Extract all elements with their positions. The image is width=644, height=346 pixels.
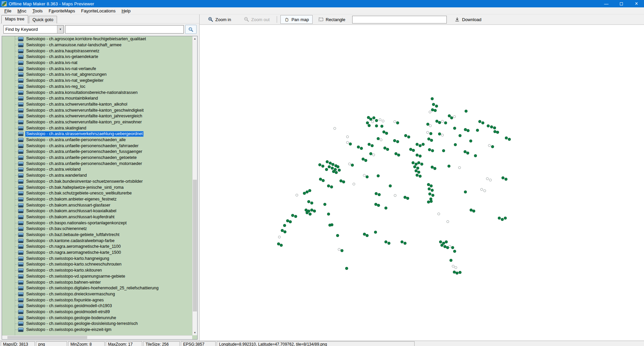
tree-item[interactable]: Swisstopo - ch.kantone.cadastralwebmap-f… bbox=[2, 238, 197, 244]
search-input[interactable] bbox=[65, 25, 184, 34]
maximize-button[interactable] bbox=[614, 0, 629, 7]
tree-connector bbox=[15, 86, 18, 87]
search-button[interactable] bbox=[185, 25, 197, 34]
tree-item[interactable]: Swisstopo - ch.swisstopo-karto.skitouren bbox=[2, 268, 197, 274]
tree-item[interactable]: Swisstopo - ch.swisstopo.geologie-eiszei… bbox=[2, 327, 197, 333]
menu-item-favoritemaps[interactable]: FavoriteMaps bbox=[46, 8, 78, 14]
tree-item[interactable]: Swisstopo - ch.astra.ivs-nat-verlaeufe bbox=[2, 66, 197, 72]
tree-horizontal-scrollbar[interactable] bbox=[2, 335, 192, 339]
tree-item[interactable]: Swisstopo - ch.astra.unfaelle-personensc… bbox=[2, 149, 197, 155]
tab-maps-tree[interactable]: Maps tree bbox=[1, 15, 28, 23]
tree-item[interactable]: Swisstopo - ch.bakom.anbieter-eigenes_fe… bbox=[2, 196, 197, 203]
menu-item-favoritelocations[interactable]: FavoriteLocations bbox=[78, 8, 119, 14]
station-dot-filled bbox=[451, 246, 454, 249]
tree-item[interactable]: Swisstopo - ch.bakom.anschlussart-koaxia… bbox=[2, 208, 197, 214]
tree-item[interactable]: Swisstopo - ch.astra.unfaelle-personensc… bbox=[2, 161, 197, 167]
zoom-out-button[interactable]: Zoom out bbox=[240, 15, 273, 24]
tree-item[interactable]: Swisstopo - ch.armasuisse.natur-landscha… bbox=[2, 42, 197, 48]
tree-item[interactable]: Swisstopo - ch.astra.schwerverunfallte-k… bbox=[2, 107, 197, 113]
station-dot-filled bbox=[328, 224, 331, 227]
tree-vertical-scrollbar[interactable]: ▲ ▼ bbox=[192, 36, 197, 335]
station-dot-filled bbox=[447, 165, 450, 168]
tree-item[interactable]: Swisstopo - ch.bakom.anschlussart-kupfer… bbox=[2, 214, 197, 220]
tree-item[interactable]: Swisstopo - ch.nagra.aeromagnetische-kar… bbox=[2, 244, 197, 250]
station-dot-filled bbox=[340, 249, 343, 252]
station-dot-filled bbox=[455, 272, 459, 275]
tab-quick-goto[interactable]: Quick goto bbox=[29, 16, 57, 23]
pan-map-button[interactable]: Pan map bbox=[280, 15, 313, 24]
tree-item[interactable]: Swisstopo - ch.swisstopo-vd.spannungsarm… bbox=[2, 274, 197, 280]
tree-item[interactable]: Swisstopo - ch.astra.ivs-nat bbox=[2, 60, 197, 66]
scroll-down-icon[interactable]: ▼ bbox=[193, 330, 197, 335]
tree-item[interactable]: Swisstopo - ch.bak.bundesinventar-schuet… bbox=[2, 179, 197, 185]
tree-item[interactable]: Swisstopo - ch.astra.schwerverunfallte-k… bbox=[2, 119, 197, 125]
tree-item[interactable]: Swisstopo - ch.astra.ivs-gelaendekarte bbox=[2, 54, 197, 60]
tree-item[interactable]: Swisstopo - ch.swisstopo.bahnen-winter bbox=[2, 279, 197, 285]
tree-item[interactable]: Swisstopo - ch.astra.hauptstrassennetz bbox=[2, 48, 197, 54]
menu-item-tools[interactable]: Tools bbox=[30, 8, 46, 14]
tree-item[interactable]: Swisstopo - ch.astra.ivs-nat_wegbegleite… bbox=[2, 78, 197, 84]
tree-item-label: Swisstopo - ch.swisstopo.geologie-dosisl… bbox=[25, 321, 139, 326]
tree-item[interactable]: Swisstopo - ch.swisstopo.geoidmodell-etr… bbox=[2, 309, 197, 315]
tree-item[interactable]: Swisstopo - ch.swisstopo-karto.schneesch… bbox=[2, 262, 197, 268]
chevron-down-icon[interactable]: ▼ bbox=[57, 25, 63, 33]
menu-item-file[interactable]: File bbox=[1, 8, 14, 14]
tree-vscroll-thumb[interactable] bbox=[193, 180, 197, 311]
map-canvas[interactable] bbox=[200, 25, 644, 341]
station-dot-filled bbox=[442, 149, 445, 152]
tree-item[interactable]: Swisstopo - ch.swisstopo.geologie-bodenu… bbox=[2, 315, 197, 321]
tree-item[interactable]: Swisstopo - ch.bak.halteplaetze-jenische… bbox=[2, 184, 197, 190]
station-dot-filled bbox=[438, 132, 441, 135]
map-layer-icon bbox=[18, 244, 23, 249]
tree-item[interactable]: Swisstopo - ch.astra.strassenverkehrszae… bbox=[2, 131, 197, 137]
station-dot-filled bbox=[313, 210, 316, 213]
menu-item-help[interactable]: Help bbox=[118, 8, 133, 14]
find-mode-combobox[interactable]: Find by Keyword ▼ bbox=[3, 25, 64, 34]
tree-item[interactable]: Swisstopo - ch.astra.unfaelle-personensc… bbox=[2, 143, 197, 149]
station-dot-filled bbox=[375, 124, 378, 127]
rectangle-button[interactable]: Rectangle bbox=[315, 15, 349, 24]
tree-item[interactable]: Swisstopo - ch.astra.mountainbikeland bbox=[2, 96, 197, 102]
tree-item[interactable]: Swisstopo - ch.astra.unfaelle-personensc… bbox=[2, 155, 197, 161]
toolbar-text-input[interactable] bbox=[352, 16, 447, 23]
tree-item[interactable]: Swisstopo - ch.swisstopo.dreiecksvermasc… bbox=[2, 291, 197, 297]
menu-item-misc[interactable]: Misc bbox=[14, 8, 30, 14]
tree-item[interactable]: Swisstopo - ch.baspo.nationales-sportanl… bbox=[2, 220, 197, 226]
minimize-button[interactable]: — bbox=[599, 0, 614, 7]
station-dot-filled bbox=[331, 167, 334, 170]
tree-item[interactable]: Swisstopo - ch.astra.ivs-nat_abgrenzunge… bbox=[2, 72, 197, 78]
tree-hscroll-thumb[interactable] bbox=[7, 336, 87, 339]
zoom-out-icon bbox=[244, 17, 249, 22]
tree-item[interactable]: Swisstopo - ch.bazl.bebaute-gebiete_luft… bbox=[2, 232, 197, 238]
tree-item-label: Swisstopo - ch.astra.skatingland bbox=[25, 126, 87, 131]
download-button[interactable]: Download bbox=[451, 15, 485, 24]
tree-item[interactable]: Swisstopo - ch.swisstopo.geoidmodell-ch1… bbox=[2, 303, 197, 309]
tree-item[interactable]: Swisstopo - ch.astra.ivs-reg_loc bbox=[2, 84, 197, 90]
scroll-up-icon[interactable]: ▲ bbox=[193, 36, 197, 41]
map-layer-icon bbox=[18, 156, 23, 160]
tree-item[interactable]: Swisstopo - ch.astra.veloland bbox=[2, 167, 197, 173]
tree-connector bbox=[15, 276, 18, 277]
tree-item[interactable]: Swisstopo - ch.bak.schutzgebiete-unesco_… bbox=[2, 190, 197, 196]
tree-item[interactable]: Swisstopo - ch.swisstopo-karto.hangneigu… bbox=[2, 255, 197, 262]
tree-item[interactable]: Swisstopo - ch.astra.konsultationsbereic… bbox=[2, 90, 197, 96]
status-panel-3: MaxZoom: 17 bbox=[106, 341, 142, 346]
station-dot-empty bbox=[333, 127, 336, 130]
zoom-in-button[interactable]: Zoom in bbox=[204, 15, 235, 24]
tree-item[interactable]: Swisstopo - ch.astra.unfaelle-personensc… bbox=[2, 137, 197, 143]
station-dot-filled bbox=[342, 180, 345, 183]
close-button[interactable]: × bbox=[629, 0, 644, 7]
tree-item[interactable]: Swisstopo - ch.nagra.aeromagnetische-kar… bbox=[2, 250, 197, 256]
tree-item[interactable]: Swisstopo - ch.astra.schwerverunfallte-k… bbox=[2, 102, 197, 108]
tree-item-label: Swisstopo - ch.astra.schwerverunfallte-k… bbox=[25, 108, 145, 113]
tree-item[interactable]: Swisstopo - ch.swisstopo.geologie-dosisl… bbox=[2, 321, 197, 327]
tree-item[interactable]: Swisstopo - ch.bav.schienennetz bbox=[2, 226, 197, 232]
tree-item[interactable]: Swisstopo - ch.bakom.anschlussart-glasfa… bbox=[2, 202, 197, 208]
tree-item-label: Swisstopo - ch.astra.ivs-nat_abgrenzunge… bbox=[25, 72, 108, 77]
tree-item[interactable]: Swisstopo - ch.astra.schwerverunfallte-k… bbox=[2, 113, 197, 119]
tree-item[interactable]: Swisstopo - ch.astra.wanderland bbox=[2, 173, 197, 179]
tree-item[interactable]: Swisstopo - ch.astra.skatingland bbox=[2, 125, 197, 131]
tree-item[interactable]: Swisstopo - ch.swisstopo.digitales-hoehe… bbox=[2, 285, 197, 291]
tree-item[interactable]: Swisstopo - ch.agroscope.korridore-feuch… bbox=[2, 36, 197, 42]
tree-item[interactable]: Swisstopo - ch.swisstopo.fixpunkte-agnes bbox=[2, 297, 197, 303]
